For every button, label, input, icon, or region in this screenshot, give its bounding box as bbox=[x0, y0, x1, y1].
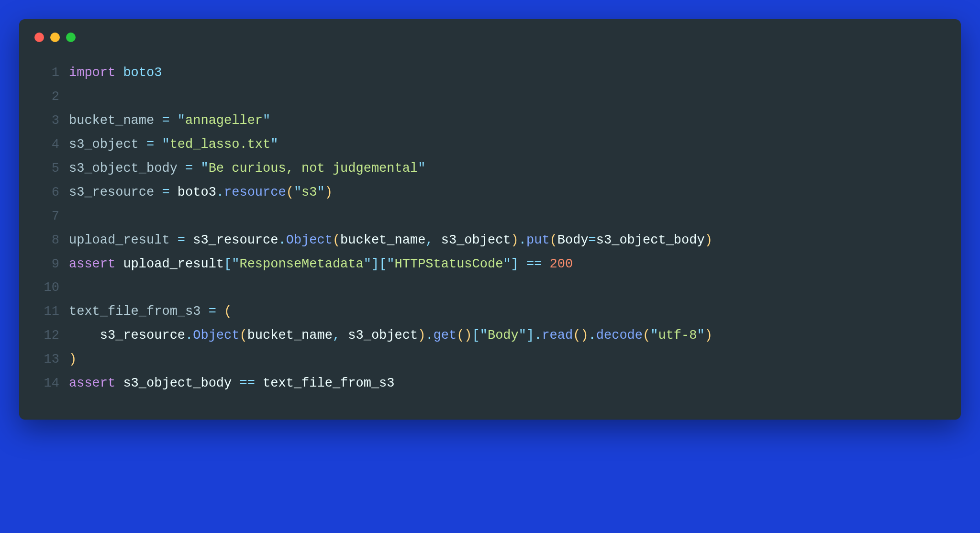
token-default bbox=[178, 161, 185, 176]
token-default bbox=[139, 137, 146, 152]
maximize-icon[interactable] bbox=[66, 33, 76, 42]
token-string: s3 bbox=[301, 185, 317, 200]
line-number: 3 bbox=[38, 109, 59, 133]
line-content: text_file_from_s3 = ( bbox=[69, 300, 942, 324]
token-default bbox=[216, 304, 224, 319]
token-punct: " bbox=[162, 137, 169, 152]
token-string: ted_lasso.txt bbox=[170, 137, 271, 152]
token-function: put bbox=[526, 233, 550, 247]
token-punct: " bbox=[317, 185, 325, 200]
token-punct: ] bbox=[371, 257, 379, 271]
line-content: bucket_name = "annageller" bbox=[69, 109, 942, 133]
token-keyword: import bbox=[69, 66, 115, 80]
token-operator: == bbox=[526, 257, 542, 271]
token-punct: [ bbox=[224, 257, 232, 271]
token-default bbox=[542, 257, 549, 271]
token-punct: " bbox=[697, 328, 704, 343]
token-variable: text_file_from_s3 bbox=[263, 376, 394, 390]
token-variable: s3_resource bbox=[193, 233, 278, 247]
token-variable: s3_object bbox=[441, 233, 511, 247]
line-number: 13 bbox=[38, 348, 59, 372]
token-punct: " bbox=[270, 137, 278, 152]
line-content: s3_resource = boto3.resource("s3") bbox=[69, 181, 942, 205]
token-default bbox=[232, 376, 239, 390]
line-number: 14 bbox=[38, 372, 59, 396]
token-default bbox=[185, 233, 193, 247]
token-punct: , bbox=[333, 328, 340, 343]
token-string: annageller bbox=[185, 113, 263, 128]
token-operator: = bbox=[589, 233, 596, 247]
token-paren: ( bbox=[573, 328, 580, 343]
token-punct: " bbox=[418, 161, 425, 176]
token-default bbox=[69, 328, 100, 343]
token-default bbox=[193, 161, 200, 176]
line-content: s3_resource.Object(bucket_name, s3_objec… bbox=[69, 324, 942, 348]
token-punct: . bbox=[589, 328, 596, 343]
token-punct: . bbox=[185, 328, 193, 343]
token-keyword: assert bbox=[69, 376, 115, 390]
token-paren: ) bbox=[325, 185, 333, 200]
token-paren: ) bbox=[580, 328, 588, 343]
token-default bbox=[170, 113, 178, 128]
code-editor[interactable]: 1import boto323bucket_name = "annageller… bbox=[19, 52, 961, 396]
line-number: 2 bbox=[38, 85, 59, 109]
token-paren: ( bbox=[550, 233, 557, 247]
token-string: Be curious, not judgemental bbox=[209, 161, 418, 176]
code-line: 4s3_object = "ted_lasso.txt" bbox=[38, 133, 942, 157]
close-icon[interactable] bbox=[34, 33, 44, 42]
token-punct: " bbox=[294, 185, 301, 200]
code-line: 2 bbox=[38, 85, 942, 109]
token-default bbox=[154, 137, 162, 152]
token-punct: " bbox=[178, 113, 185, 128]
token-default bbox=[154, 185, 162, 200]
token-paren: ) bbox=[69, 352, 77, 366]
code-line: 11text_file_from_s3 = ( bbox=[38, 300, 942, 324]
token-punct: ] bbox=[511, 257, 519, 271]
line-number: 10 bbox=[38, 276, 59, 300]
token-paren: ) bbox=[705, 233, 713, 247]
token-operator: = bbox=[146, 137, 154, 152]
code-window: 1import boto323bucket_name = "annageller… bbox=[19, 19, 961, 420]
token-variable: upload_result bbox=[123, 257, 224, 271]
token-function: Object bbox=[193, 328, 239, 343]
line-number: 8 bbox=[38, 229, 59, 253]
line-number: 11 bbox=[38, 300, 59, 324]
token-paren: ) bbox=[511, 233, 519, 247]
line-number: 4 bbox=[38, 133, 59, 157]
token-punct: [ bbox=[379, 257, 387, 271]
token-default bbox=[200, 304, 208, 319]
token-default bbox=[170, 233, 178, 247]
token-default bbox=[115, 66, 123, 80]
token-punct: , bbox=[425, 233, 433, 247]
token-operator: = bbox=[162, 185, 169, 200]
token-function: get bbox=[434, 328, 457, 343]
code-line: 5s3_object_body = "Be curious, not judge… bbox=[38, 157, 942, 181]
token-operator: = bbox=[178, 233, 185, 247]
line-number: 1 bbox=[38, 61, 59, 85]
token-default bbox=[340, 328, 348, 343]
token-punct: " bbox=[650, 328, 658, 343]
token-paren: ( bbox=[457, 328, 464, 343]
window-titlebar bbox=[19, 19, 961, 52]
token-operator: == bbox=[239, 376, 255, 390]
token-paren: ( bbox=[224, 304, 232, 319]
token-default bbox=[115, 257, 123, 271]
token-punct: [ bbox=[472, 328, 480, 343]
token-paren: ( bbox=[286, 185, 294, 200]
token-variable: s3_object bbox=[348, 328, 418, 343]
line-content bbox=[69, 205, 942, 229]
token-varlight: s3_resource bbox=[69, 185, 154, 200]
code-line: 6s3_resource = boto3.resource("s3") bbox=[38, 181, 942, 205]
token-punct: " bbox=[364, 257, 371, 271]
line-content: s3_object = "ted_lasso.txt" bbox=[69, 133, 942, 157]
token-varlight: upload_result bbox=[69, 233, 170, 247]
line-number: 6 bbox=[38, 181, 59, 205]
token-punct: " bbox=[519, 328, 526, 343]
minimize-icon[interactable] bbox=[50, 33, 60, 42]
token-punct: . bbox=[534, 328, 542, 343]
code-line: 9assert upload_result["ResponseMetadata"… bbox=[38, 253, 942, 277]
token-paren: ) bbox=[464, 328, 472, 343]
code-line: 14assert s3_object_body == text_file_fro… bbox=[38, 372, 942, 396]
token-default bbox=[115, 376, 123, 390]
token-punct: . bbox=[425, 328, 433, 343]
